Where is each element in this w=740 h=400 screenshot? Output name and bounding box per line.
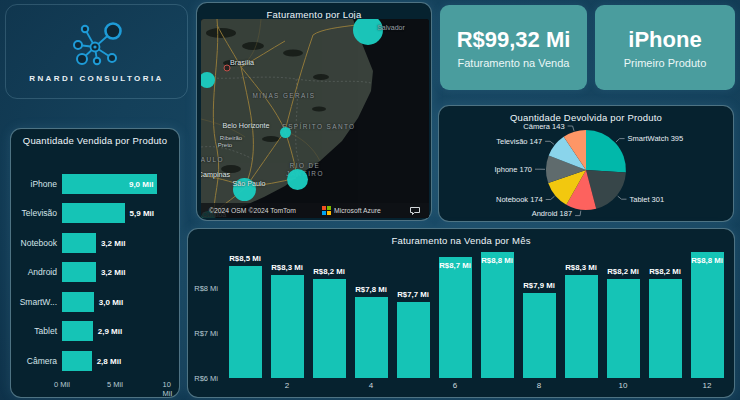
product-bar-row: Android3,2 Mil: [11, 258, 175, 288]
product-category-label: Câmera: [11, 356, 62, 366]
dashboard-canvas: RNARDI CONSULTORIA Faturamento por Loja: [0, 0, 740, 400]
kpi-top-product-value: iPhone: [628, 27, 701, 53]
product-x-tick: 5 Mil: [107, 380, 123, 389]
product-bar-value: 2,9 Mil: [98, 327, 122, 336]
monthly-bar-value: R$8,5 Mi: [229, 254, 261, 263]
map-region-label: O PAULO: [201, 156, 224, 163]
map-attribution-bar: ©2024 OSM ©2024 TomTom Microsoft Azure: [201, 203, 429, 218]
product-bar-value: 3,2 Mil: [101, 238, 125, 247]
network-logo-icon: [65, 21, 129, 69]
product-bar-value: 5,9 Mil: [130, 209, 154, 218]
product-bar-row: Televisão5,9 Mil: [11, 199, 175, 229]
map-region-label: ESPÍRITO SANTO: [283, 123, 356, 130]
pie-visual: Quantidade Devolvida por Produto SmartWa…: [438, 105, 734, 222]
pie-data-label: Iphone 170: [494, 165, 532, 174]
product-bar-row: SmartW...3,0 Mil: [11, 287, 175, 317]
monthly-y-tick: R$7 Mi: [194, 329, 218, 338]
monthly-bar-value: R$8,7 Mi: [439, 261, 471, 270]
pie-data-label: Notebook 174: [496, 195, 543, 204]
product-category-label: iPhone: [11, 179, 62, 189]
feedback-chat-icon[interactable]: [409, 206, 421, 216]
product-bar-value: 3,2 Mil: [101, 268, 125, 277]
pie-data-label: Android 187: [532, 209, 572, 218]
monthly-bar-9[interactable]: R$8,3 Mi: [565, 275, 598, 379]
product-category-label: Notebook: [11, 238, 62, 248]
monthly-bar-7[interactable]: R$8,8 Mi: [481, 252, 514, 378]
pie-data-label: Televisão 147: [496, 137, 542, 146]
monthly-y-tick: R$8 Mi: [194, 284, 218, 293]
monthly-x-tick: 8: [537, 381, 541, 390]
monthly-bar-3[interactable]: R$8,2 Mi: [313, 279, 346, 378]
product-bar-plot: iPhone9,0 MilTelevisão5,9 MilNotebook3,2…: [11, 169, 175, 376]
pie-data-label: Tablet 301: [630, 195, 665, 204]
product-bar-value: 2,8 Mil: [97, 356, 121, 365]
monthly-column-visual: Faturamento na Venda por Mês R$8 MiR$7 M…: [187, 228, 735, 398]
monthly-bar-value: R$8,2 Mi: [649, 267, 681, 276]
brand-panel: RNARDI CONSULTORIA: [5, 4, 188, 99]
monthly-x-tick: 10: [619, 381, 628, 390]
pie-label-line: [616, 139, 625, 142]
product-bar-x-axis: 0 Mil5 Mil10 Mil: [11, 380, 179, 392]
monthly-bar-4[interactable]: R$7,8 Mi: [355, 297, 388, 378]
monthly-bar-1[interactable]: R$8,5 Mi: [229, 266, 262, 379]
product-bar-6[interactable]: [62, 351, 92, 371]
product-bar-visual: Quantidade Vendida por Produto iPhone9,0…: [10, 128, 180, 398]
product-bar-4[interactable]: [62, 292, 94, 312]
map-region-label: RIO DE: [290, 162, 320, 169]
monthly-bar-value: R$8,8 Mi: [691, 256, 723, 265]
map-city-label: São Paulo: [232, 179, 265, 188]
product-category-label: Android: [11, 267, 62, 277]
monthly-bar-10[interactable]: R$8,2 Mi: [607, 279, 640, 378]
product-bar-row: Notebook3,2 Mil: [11, 228, 175, 258]
monthly-x-tick: 6: [453, 381, 457, 390]
product-bar-title: Quantidade Vendida por Produto: [11, 135, 179, 146]
product-bar-value: 9,0 Mil: [129, 179, 153, 188]
map-city-label: Salvador: [377, 24, 405, 31]
product-category-label: Televisão: [11, 208, 62, 218]
product-bar-2[interactable]: [62, 233, 96, 253]
monthly-bar-5[interactable]: R$7,7 Mi: [397, 302, 430, 379]
pie-chart: SmartWatch 395Tablet 301Android 187Noteb…: [439, 121, 733, 221]
map-city-label: Brasília: [230, 58, 254, 67]
store-bubble-2[interactable]: [280, 127, 291, 138]
product-x-tick: 10 Mil: [163, 380, 174, 398]
product-bar-row: Tablet2,9 Mil: [11, 317, 175, 347]
kpi-card-top-product[interactable]: iPhone Primeiro Produto: [595, 5, 735, 90]
monthly-bar-value: R$7,7 Mi: [397, 290, 429, 299]
map-city-label: Ribeirão: [220, 135, 242, 141]
brand-name: RNARDI CONSULTORIA: [29, 74, 163, 83]
pie-label-line: [618, 196, 627, 199]
kpi-card-revenue[interactable]: R$99,32 Mi Faturamento na Venda: [440, 5, 587, 90]
product-bar-5[interactable]: [62, 321, 93, 341]
monthly-bar-6[interactable]: R$8,7 Mi: [439, 257, 472, 379]
monthly-x-axis: 24681012: [224, 381, 728, 393]
product-bar-3[interactable]: [62, 262, 96, 282]
monthly-bar-8[interactable]: R$7,9 Mi: [523, 293, 556, 379]
azure-label: Microsoft Azure: [334, 207, 381, 214]
map-city-label: Campinas: [201, 170, 230, 179]
kpi-revenue-value: R$99,32 Mi: [457, 27, 571, 53]
product-bar-1[interactable]: [62, 203, 125, 223]
monthly-bar-value: R$8,8 Mi: [481, 256, 513, 265]
map-canvas[interactable]: MINAS GERAISESPÍRITO SANTORIO DEJANEIROO…: [201, 19, 429, 218]
monthly-plot: R$8,5 MiR$8,3 MiR$8,2 MiR$7,8 MiR$7,7 Mi…: [224, 243, 728, 378]
monthly-bar-2[interactable]: R$8,3 Mi: [271, 275, 304, 379]
product-bar-value: 3,0 Mil: [99, 297, 123, 306]
pie-slice-SmartWatch[interactable]: [586, 130, 626, 173]
monthly-bar-value: R$7,9 Mi: [523, 281, 555, 290]
kpi-revenue-label: Faturamento na Venda: [458, 57, 570, 69]
map-visual: Faturamento por Loja: [196, 2, 432, 221]
product-bar-row: iPhone9,0 Mil: [11, 169, 175, 199]
kpi-top-product-label: Primeiro Produto: [624, 57, 707, 69]
product-bar-row: Câmera2,8 Mil: [11, 346, 175, 376]
map-city-label: Preto: [218, 142, 232, 148]
pie-label-line: [545, 141, 554, 144]
monthly-x-tick: 4: [369, 381, 373, 390]
product-category-label: SmartW...: [11, 297, 62, 307]
map-city-label: Belo Horizonte: [222, 121, 269, 130]
store-bubble-3[interactable]: [287, 169, 308, 190]
monthly-bar-11[interactable]: R$8,2 Mi: [649, 279, 682, 378]
monthly-bar-12[interactable]: R$8,8 Mi: [691, 252, 724, 378]
monthly-y-tick: R$6 Mi: [194, 374, 218, 383]
map-region-label: MINAS GERAIS: [253, 92, 316, 99]
